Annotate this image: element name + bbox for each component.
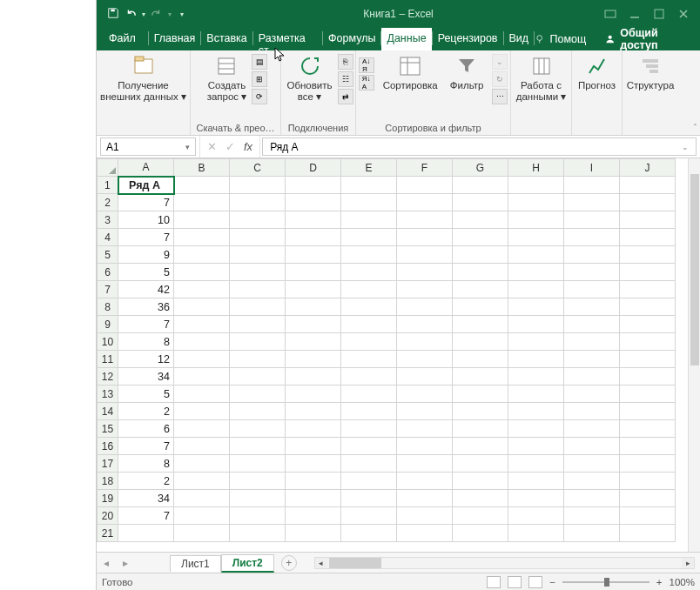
cell[interactable] [453,177,508,194]
cell[interactable] [341,368,397,386]
zoom-in-button[interactable]: + [656,577,663,587]
cell[interactable] [397,281,453,298]
cell[interactable]: 7 [118,507,174,525]
cell[interactable] [230,507,286,525]
cell[interactable] [508,229,564,246]
cell[interactable] [397,507,453,525]
cell[interactable] [453,403,508,420]
zoom-out-button[interactable]: − [549,577,555,587]
cell[interactable] [620,246,676,264]
cell[interactable] [286,420,341,438]
cell[interactable] [564,229,620,246]
cell[interactable] [397,403,453,420]
cell[interactable] [286,211,341,229]
cell[interactable] [286,403,341,420]
cell[interactable] [620,420,676,438]
cell[interactable] [564,455,620,473]
help-label[interactable]: Помощ [550,33,587,45]
cell[interactable] [174,438,230,455]
cell[interactable] [397,386,453,403]
cell[interactable] [341,351,397,368]
cell[interactable] [453,229,508,246]
tab-layout[interactable]: Разметка ст [253,28,322,50]
sort-za-icon[interactable]: Я↓А [359,75,374,91]
cell[interactable] [118,525,174,542]
cell[interactable] [230,473,286,490]
cell[interactable] [230,490,286,507]
cell[interactable] [564,333,620,351]
cell[interactable] [397,368,453,386]
cell[interactable] [174,281,230,298]
row-header[interactable]: 9 [98,316,118,333]
column-header[interactable]: H [508,159,564,177]
select-all-corner[interactable] [98,159,118,177]
cell[interactable] [508,351,564,368]
cell[interactable] [508,177,564,194]
cell[interactable] [341,246,397,264]
cell[interactable] [174,368,230,386]
cell[interactable] [397,264,453,281]
cell[interactable] [286,455,341,473]
cell[interactable] [397,490,453,507]
from-table-icon[interactable]: ⊞ [252,71,267,87]
cell[interactable] [453,246,508,264]
cell[interactable] [286,229,341,246]
cell[interactable] [174,177,230,194]
cell[interactable] [620,525,676,542]
cell[interactable] [397,333,453,351]
cell[interactable] [453,368,508,386]
zoom-slider[interactable] [562,581,650,583]
row-header[interactable]: 11 [98,351,118,368]
cell[interactable]: 6 [118,420,174,438]
cell[interactable] [564,438,620,455]
cell[interactable] [620,386,676,403]
qat-customize-icon[interactable]: ▾ [180,10,184,18]
cell[interactable] [397,246,453,264]
cell[interactable] [341,281,397,298]
cell[interactable]: 34 [118,490,174,507]
cell[interactable] [564,490,620,507]
cell[interactable] [397,525,453,542]
cell[interactable] [174,455,230,473]
column-header[interactable]: G [453,159,508,177]
data-tools-button[interactable]: Работа с данными ▾ [513,52,570,104]
ribbon-display-icon[interactable] [604,8,616,20]
row-header[interactable]: 6 [98,264,118,281]
column-header[interactable]: I [564,159,620,177]
cell[interactable] [341,455,397,473]
chevron-down-icon[interactable]: ▾ [185,143,190,151]
expand-formula-icon[interactable]: ⌄ [682,143,689,151]
cell[interactable] [620,403,676,420]
cell[interactable] [174,490,230,507]
cell[interactable] [174,194,230,211]
row-header[interactable]: 5 [98,246,118,264]
cell[interactable] [341,386,397,403]
cell[interactable] [620,211,676,229]
row-header[interactable]: 1 [98,177,118,194]
tab-formulas[interactable]: Формулы [323,28,380,50]
cell[interactable] [508,368,564,386]
vertical-scrollbar[interactable] [688,158,700,552]
cell[interactable] [508,211,564,229]
cell[interactable] [341,316,397,333]
share-label[interactable]: Общий доступ [620,27,695,51]
cell[interactable] [397,177,453,194]
sheet-tab-1[interactable]: Лист1 [170,555,221,572]
cell[interactable]: 10 [118,211,174,229]
page-break-view-icon[interactable] [528,576,542,588]
add-sheet-button[interactable]: + [281,555,297,571]
cell[interactable] [174,473,230,490]
cell[interactable] [508,455,564,473]
cell[interactable] [564,507,620,525]
cell[interactable] [174,525,230,542]
cell[interactable] [453,281,508,298]
cell[interactable] [286,438,341,455]
cell[interactable] [286,333,341,351]
cell[interactable]: 12 [118,351,174,368]
cell[interactable] [564,420,620,438]
cell[interactable] [564,368,620,386]
cell[interactable] [620,298,676,316]
cell[interactable] [508,298,564,316]
cell[interactable] [620,316,676,333]
cell[interactable] [286,316,341,333]
